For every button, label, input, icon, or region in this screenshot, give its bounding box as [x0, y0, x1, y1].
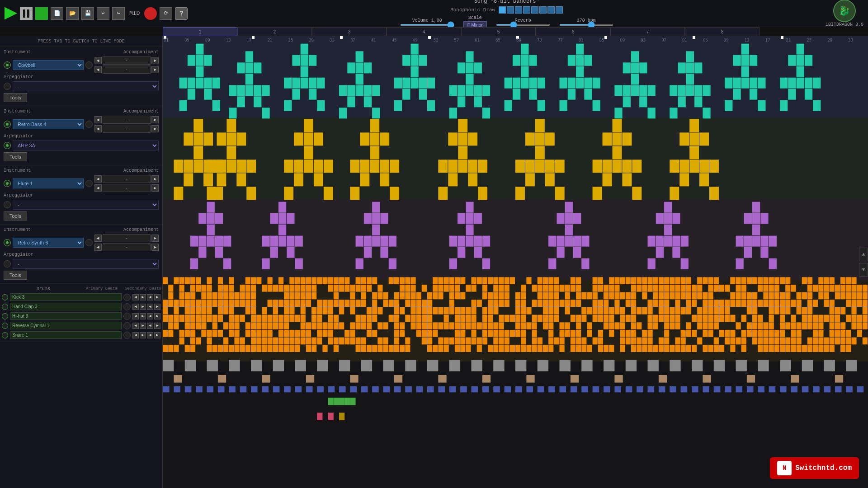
snare-prev-secondary[interactable]: ◀	[147, 332, 153, 338]
record-button[interactable]	[144, 7, 157, 20]
track2-accomp-prev-2[interactable]: ◀	[94, 125, 102, 132]
track3-arp-power[interactable]	[4, 201, 11, 208]
track2-instrument-select[interactable]: Retro Bass 4	[13, 119, 84, 129]
handclap-next-secondary[interactable]: ▶	[154, 304, 160, 310]
track4-accomp-prev-2[interactable]: ◀	[94, 244, 102, 251]
track4-accomp-next-1[interactable]: ▶	[151, 235, 159, 242]
track3-accomp-prev-2[interactable]: ◀	[94, 184, 102, 192]
play-button[interactable]	[5, 7, 17, 20]
track1-tools-button[interactable]: Tools	[4, 93, 27, 102]
redo-button[interactable]: ↪	[112, 7, 125, 20]
track4-accomp-prev-1[interactable]: ◀	[94, 235, 102, 242]
new-file-button[interactable]: 📄	[51, 7, 63, 20]
hihat-power-button[interactable]	[2, 313, 8, 319]
cymbal-prev-secondary[interactable]: ◀	[147, 323, 153, 329]
track4-arp-power[interactable]	[4, 260, 11, 267]
handclap-secondary-power[interactable]	[123, 303, 131, 310]
track3-instrument-select[interactable]: Flute 1	[13, 178, 84, 188]
snare-power-button[interactable]	[2, 332, 8, 338]
track4-arp-select[interactable]: -	[13, 259, 159, 269]
track1-power-button[interactable]	[4, 61, 11, 69]
section-btn-8[interactable]: 8	[685, 27, 760, 36]
section-btn-4[interactable]: 4	[387, 27, 461, 36]
snare-next-secondary[interactable]: ▶	[154, 332, 160, 338]
nav-down-arrow[interactable]: ▼	[859, 263, 868, 277]
track4-instrument-select[interactable]: Retro Synth 6	[13, 238, 84, 248]
track1-accompaniment-power[interactable]	[85, 61, 93, 69]
track1-instrument-select[interactable]: Cowbell	[13, 60, 84, 70]
track3-accomp-prev-1[interactable]: ◀	[94, 175, 102, 183]
save-button[interactable]: 💾	[81, 7, 94, 20]
track2-arp-power[interactable]	[4, 142, 11, 149]
snare-secondary-power[interactable]	[123, 332, 131, 339]
bpm-slider[interactable]	[559, 24, 613, 26]
stop-button[interactable]	[35, 7, 48, 20]
track3-accomp-next-2[interactable]: ▶	[151, 184, 159, 192]
kick-secondary-power[interactable]	[123, 294, 131, 301]
piano-roll-btn-5[interactable]	[531, 6, 538, 14]
track1-accomp-prev-1[interactable]: ◀	[94, 57, 102, 64]
undo-button[interactable]: ↩	[97, 7, 109, 20]
pause-button[interactable]	[20, 7, 33, 20]
piano-roll-btn-7[interactable]	[547, 6, 555, 14]
cymbal-next-primary[interactable]: ▶	[140, 323, 146, 329]
hihat-secondary-power[interactable]	[123, 313, 131, 320]
piano-roll-btn-2[interactable]	[507, 6, 514, 14]
nav-up-arrow[interactable]: ▲	[859, 248, 868, 261]
track2-accompaniment-power[interactable]	[85, 121, 93, 128]
track4-tools-button[interactable]: Tools	[4, 271, 27, 280]
track4-accompaniment-power[interactable]	[85, 239, 93, 246]
track1-arp-power[interactable]	[4, 83, 11, 90]
help-button[interactable]: ?	[175, 7, 188, 20]
section-btn-2[interactable]: 2	[237, 27, 312, 36]
cymbal-prev-primary[interactable]: ◀	[132, 323, 139, 329]
handclap-power-button[interactable]	[2, 304, 8, 310]
kick-power-button[interactable]	[2, 294, 8, 300]
kick-next-secondary[interactable]: ▶	[154, 294, 160, 300]
cymbal-power-button[interactable]	[2, 323, 8, 329]
handclap-next-primary[interactable]: ▶	[140, 304, 146, 310]
hihat-next-secondary[interactable]: ▶	[154, 313, 160, 319]
section-btn-1[interactable]: 1	[163, 27, 237, 36]
kick-next-primary[interactable]: ▶	[140, 294, 146, 300]
track1-accomp-next-1[interactable]: ▶	[151, 57, 159, 64]
piano-roll-btn-1[interactable]	[499, 6, 506, 14]
track1-accomp-prev-2[interactable]: ◀	[94, 66, 102, 73]
track4-power-button[interactable]	[4, 239, 11, 246]
snare-prev-primary[interactable]: ◀	[132, 332, 139, 338]
track4-accomp-next-2[interactable]: ▶	[151, 244, 159, 251]
track3-power-button[interactable]	[4, 180, 11, 187]
track1-accomp-next-2[interactable]: ▶	[151, 66, 159, 73]
handclap-prev-primary[interactable]: ◀	[132, 304, 139, 310]
track2-accomp-prev-1[interactable]: ◀	[94, 116, 102, 123]
track2-accomp-next-1[interactable]: ▶	[151, 116, 159, 123]
hihat-prev-secondary[interactable]: ◀	[147, 313, 153, 319]
section-btn-7[interactable]: 7	[610, 27, 685, 36]
track2-power-button[interactable]	[4, 121, 11, 128]
track3-accompaniment-power[interactable]	[85, 180, 93, 187]
piano-roll-btn-4[interactable]	[523, 6, 530, 14]
hihat-prev-primary[interactable]: ◀	[132, 313, 139, 319]
track2-accomp-next-2[interactable]: ▶	[151, 125, 159, 132]
reverb-slider[interactable]	[496, 24, 550, 26]
track2-arp-select[interactable]: ARP 3A	[13, 141, 159, 150]
kick-prev-secondary[interactable]: ◀	[147, 294, 153, 300]
track2-tools-button[interactable]: Tools	[4, 152, 27, 161]
volume-slider[interactable]	[400, 24, 454, 26]
piano-roll-btn-6[interactable]	[539, 6, 547, 14]
piano-roll-btn-3[interactable]	[515, 6, 522, 14]
open-file-button[interactable]: 📂	[66, 7, 79, 20]
section-btn-5[interactable]: 5	[461, 27, 536, 36]
main-canvas[interactable]	[163, 36, 868, 488]
cymbal-secondary-power[interactable]	[123, 322, 131, 329]
piano-roll-btn-8[interactable]	[556, 6, 563, 14]
snare-next-primary[interactable]: ▶	[140, 332, 146, 338]
handclap-prev-secondary[interactable]: ◀	[147, 304, 153, 310]
hihat-next-primary[interactable]: ▶	[140, 313, 146, 319]
track3-arp-select[interactable]: -	[13, 200, 159, 210]
refresh-button[interactable]: ⟳	[160, 7, 172, 20]
track1-arp-select[interactable]: -	[13, 81, 159, 91]
cymbal-next-secondary[interactable]: ▶	[154, 323, 160, 329]
track3-accomp-next-1[interactable]: ▶	[151, 175, 159, 183]
section-btn-3[interactable]: 3	[312, 27, 387, 36]
